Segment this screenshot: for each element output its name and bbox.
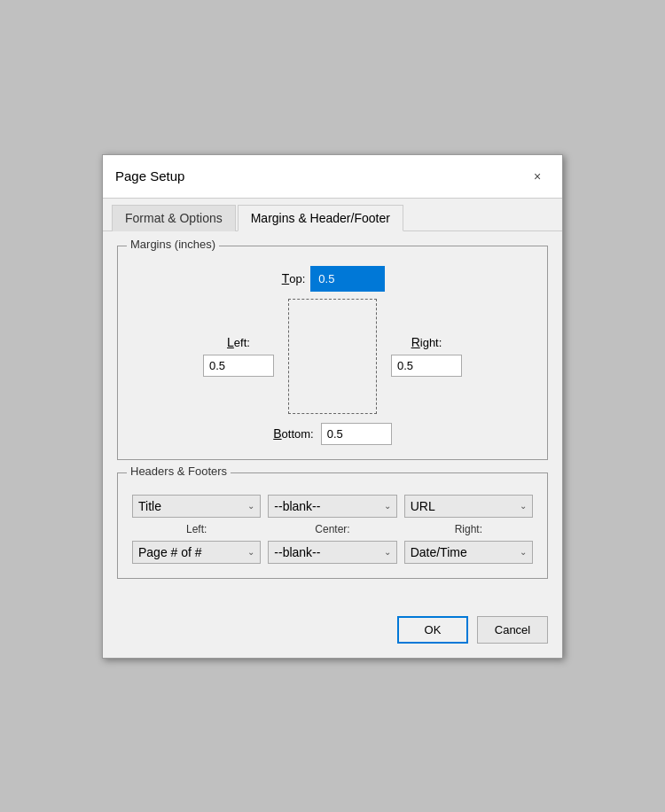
bottom-margin-row: Bottom: xyxy=(273,423,391,445)
close-button[interactable]: × xyxy=(525,164,550,189)
footer-row: Page # of # ⌄ --blank-- ⌄ Date/Time ⌄ xyxy=(132,541,533,564)
header-center-chevron-icon: ⌄ xyxy=(384,501,391,511)
footer-center-label: Center: xyxy=(268,523,396,535)
footer-left-label: Left: xyxy=(132,523,261,535)
right-input[interactable] xyxy=(391,355,462,377)
footer-left-value: Page # of # xyxy=(138,545,202,559)
header-left-chevron-icon: ⌄ xyxy=(247,501,254,511)
bottom-label: Bottom: xyxy=(273,426,313,441)
margins-layout: Top: Left: Right: xyxy=(132,261,533,445)
headers-footers-group: Headers & Footers Title ⌄ --blank-- ⌄ UR… xyxy=(117,472,548,579)
page-setup-dialog: Page Setup × Format & Options Margins & … xyxy=(102,154,563,659)
page-preview xyxy=(288,299,377,414)
cancel-button[interactable]: Cancel xyxy=(477,616,548,644)
headers-footers-layout: Title ⌄ --blank-- ⌄ URL ⌄ Left: Cente xyxy=(132,488,533,564)
header-center-value: --blank-- xyxy=(274,499,320,513)
footer-right-label: Right: xyxy=(404,523,533,535)
footer-labels-row: Left: Center: Right: xyxy=(132,523,533,535)
footer-center-chevron-icon: ⌄ xyxy=(384,547,391,557)
top-input[interactable] xyxy=(312,268,383,290)
footer-right-select[interactable]: Date/Time ⌄ xyxy=(404,541,533,564)
ok-button[interactable]: OK xyxy=(397,616,468,644)
footer-buttons: OK Cancel xyxy=(103,605,562,658)
tab-content: Margins (inches) Top: Left: Right: xyxy=(103,231,562,605)
tab-margins-header-footer[interactable]: Margins & Header/Footer xyxy=(238,205,403,231)
footer-left-chevron-icon: ⌄ xyxy=(247,547,254,557)
header-right-select[interactable]: URL ⌄ xyxy=(404,495,533,518)
header-right-value: URL xyxy=(411,499,435,513)
header-right-chevron-icon: ⌄ xyxy=(520,501,527,511)
right-label: Right: xyxy=(411,335,442,349)
left-label: Left: xyxy=(227,335,250,349)
headers-footers-group-label: Headers & Footers xyxy=(127,465,231,478)
header-center-select[interactable]: --blank-- ⌄ xyxy=(268,495,396,518)
footer-right-chevron-icon: ⌄ xyxy=(520,547,527,557)
margins-group-label: Margins (inches) xyxy=(127,238,219,251)
bottom-input[interactable] xyxy=(321,423,392,445)
margins-group: Margins (inches) Top: Left: Right: xyxy=(117,246,548,460)
top-margin-row: Top: xyxy=(282,268,384,290)
header-left-value: Title xyxy=(138,499,161,513)
close-icon: × xyxy=(534,169,541,183)
left-input[interactable] xyxy=(203,355,274,377)
footer-center-select[interactable]: --blank-- ⌄ xyxy=(268,541,396,564)
middle-margin-row: Left: Right: xyxy=(203,299,462,414)
header-row: Title ⌄ --blank-- ⌄ URL ⌄ xyxy=(132,495,533,518)
footer-left-select[interactable]: Page # of # ⌄ xyxy=(132,541,261,564)
tab-format-options[interactable]: Format & Options xyxy=(112,205,236,231)
title-bar: Page Setup × xyxy=(103,155,562,199)
header-left-select[interactable]: Title ⌄ xyxy=(132,495,261,518)
top-label: Top: xyxy=(282,271,306,285)
tabs-bar: Format & Options Margins & Header/Footer xyxy=(103,199,562,231)
footer-right-value: Date/Time xyxy=(411,545,467,559)
footer-center-value: --blank-- xyxy=(274,545,320,559)
dialog-title: Page Setup xyxy=(115,168,184,183)
